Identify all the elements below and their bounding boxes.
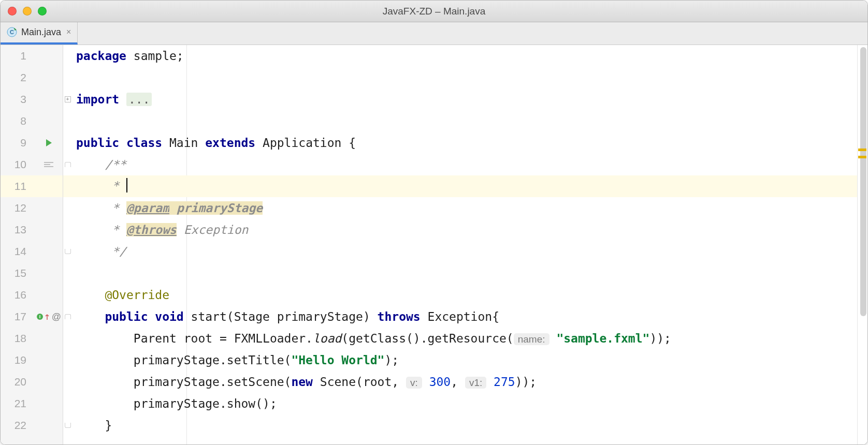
titlebar[interactable]: JavaFX-ZD – Main.java	[1, 1, 867, 22]
minimize-window-button[interactable]	[23, 7, 32, 16]
tab-main-java[interactable]: C Main.java ×	[1, 22, 78, 44]
line-number[interactable]: 17	[1, 310, 35, 323]
code-line[interactable]: public class Main extends Application {	[72, 136, 857, 150]
line-number[interactable]: 11	[1, 180, 35, 192]
code-line[interactable]: primaryStage.setScene(new Scene(root, v:…	[72, 375, 857, 389]
editor-tabbar: C Main.java ×	[1, 22, 867, 45]
warning-marker[interactable]	[858, 149, 866, 151]
close-window-button[interactable]	[8, 7, 17, 16]
ide-window: JavaFX-ZD – Main.java C Main.java × 1238…	[0, 0, 868, 445]
inlay-hint: v1:	[465, 377, 486, 389]
line-number[interactable]: 18	[1, 332, 35, 345]
override-gutter-icon[interactable]: I@	[35, 312, 63, 322]
java-class-file-icon: C	[7, 27, 17, 37]
code-line[interactable]: @Override	[72, 288, 857, 302]
code-line[interactable]: }	[72, 419, 857, 432]
code-area[interactable]: package sample;import ...public class Ma…	[72, 45, 857, 444]
code-line[interactable]: import ...	[72, 93, 857, 106]
window-controls	[8, 7, 47, 16]
close-tab-icon[interactable]: ×	[66, 27, 71, 37]
line-number[interactable]: 3	[1, 93, 35, 106]
error-stripe[interactable]	[857, 45, 867, 444]
fold-end-icon[interactable]	[65, 249, 71, 254]
expand-fold-icon[interactable]: +	[65, 96, 71, 102]
svg-text:I: I	[39, 314, 41, 319]
code-line[interactable]: primaryStage.show();	[72, 397, 857, 410]
doc-gutter-icon[interactable]	[35, 161, 63, 168]
svg-text:C: C	[10, 29, 14, 35]
line-number[interactable]: 19	[1, 354, 35, 366]
line-number[interactable]: 1	[1, 50, 35, 62]
text-cursor	[126, 178, 127, 192]
line-number[interactable]: 2	[1, 71, 35, 84]
code-line[interactable]: * @throws Exception	[72, 223, 857, 236]
line-number[interactable]: 20	[1, 376, 35, 388]
code-line[interactable]: *	[72, 178, 857, 195]
line-number[interactable]: 10	[1, 158, 35, 171]
line-number[interactable]: 13	[1, 224, 35, 236]
code-line[interactable]: Parent root = FXMLLoader.load(getClass()…	[72, 332, 857, 345]
inlay-hint: v:	[406, 377, 422, 389]
zoom-window-button[interactable]	[38, 7, 47, 16]
run-gutter-icon[interactable]	[35, 138, 63, 147]
line-number[interactable]: 22	[1, 419, 35, 432]
code-line[interactable]: package sample;	[72, 49, 857, 63]
fold-gutter[interactable]: +	[63, 45, 72, 444]
code-line[interactable]: */	[72, 245, 857, 258]
line-number[interactable]: 14	[1, 245, 35, 258]
current-line-highlight	[63, 175, 72, 197]
line-number[interactable]: 8	[1, 115, 35, 127]
svg-marker-3	[46, 139, 52, 146]
code-line[interactable]: public void start(Stage primaryStage) th…	[72, 310, 857, 323]
window-title: JavaFX-ZD – Main.java	[1, 6, 867, 17]
gutter-icons[interactable]: I@	[35, 45, 63, 444]
fold-start-icon[interactable]	[65, 314, 71, 319]
inlay-hint: name:	[514, 333, 549, 345]
fold-start-icon[interactable]	[65, 162, 71, 167]
scrollbar-thumb[interactable]	[860, 47, 866, 316]
line-number[interactable]: 12	[1, 202, 35, 214]
line-number[interactable]: 16	[1, 289, 35, 301]
code-editor[interactable]: 1238910111213141516171819202122 I@ + pac…	[1, 45, 867, 444]
line-number[interactable]: 9	[1, 137, 35, 149]
warning-marker[interactable]	[858, 156, 866, 158]
code-line[interactable]: primaryStage.setTitle("Hello World");	[72, 353, 857, 367]
code-line[interactable]: * @param primaryStage	[72, 201, 857, 215]
svg-rect-4	[44, 162, 53, 163]
line-number-gutter[interactable]: 1238910111213141516171819202122	[1, 45, 35, 444]
svg-rect-5	[44, 164, 50, 165]
code-line[interactable]: /**	[72, 158, 857, 171]
line-number[interactable]: 15	[1, 267, 35, 279]
fold-end-icon[interactable]	[65, 423, 71, 428]
current-line-highlight	[35, 175, 63, 197]
tab-label: Main.java	[21, 27, 61, 38]
svg-rect-6	[44, 166, 53, 167]
line-number[interactable]: 21	[1, 397, 35, 410]
